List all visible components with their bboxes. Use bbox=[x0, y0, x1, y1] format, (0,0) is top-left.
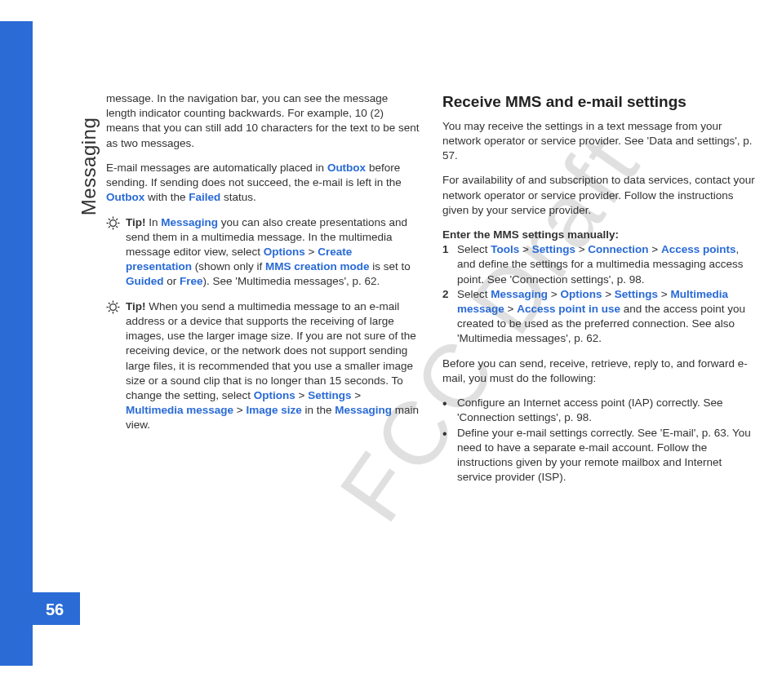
text: with the bbox=[144, 191, 189, 203]
text: status. bbox=[220, 191, 256, 203]
svg-line-17 bbox=[109, 310, 110, 312]
text: > bbox=[295, 389, 308, 401]
step-row: 1 Select Tools > Settings > Connection >… bbox=[442, 242, 756, 287]
bullet-item: • Define your e-mail settings correctly.… bbox=[442, 426, 756, 485]
link-access-point-in-use: Access point in use bbox=[517, 303, 620, 315]
link-messaging: Messaging bbox=[161, 216, 218, 228]
link-multimedia-message: Multimedia message bbox=[126, 404, 233, 416]
link-free: Free bbox=[180, 275, 203, 287]
link-messaging: Messaging bbox=[491, 288, 548, 300]
text: When you send a multimedia message to an… bbox=[126, 300, 416, 401]
link-options: Options bbox=[264, 246, 305, 258]
link-messaging: Messaging bbox=[335, 404, 392, 416]
steps-heading: Enter the MMS settings manually: bbox=[442, 228, 756, 242]
text: (shown only if bbox=[192, 260, 265, 272]
paragraph: message. In the navigation bar, you can … bbox=[106, 91, 420, 151]
svg-point-9 bbox=[110, 303, 117, 310]
link-image-size: Image size bbox=[246, 404, 301, 416]
bullet-dot-icon: • bbox=[442, 396, 457, 425]
tip-label: Tip! bbox=[126, 216, 146, 228]
link-options: Options bbox=[254, 389, 295, 401]
text: > bbox=[649, 243, 661, 255]
text: In bbox=[146, 216, 162, 228]
link-settings: Settings bbox=[615, 288, 658, 300]
step-number: 2 bbox=[442, 287, 457, 347]
link-options: Options bbox=[560, 288, 602, 300]
link-access-points: Access points bbox=[661, 243, 736, 255]
link-guided: Guided bbox=[126, 275, 164, 287]
text: Select bbox=[457, 243, 491, 255]
svg-line-14 bbox=[109, 303, 110, 304]
bullet-list: • Configure an Internet access point (IA… bbox=[442, 396, 756, 485]
link-mms-creation-mode: MMS creation mode bbox=[265, 260, 370, 272]
text: E-mail messages are automatically placed… bbox=[106, 162, 327, 174]
step-row: 2 Select Messaging > Options > Settings … bbox=[442, 287, 756, 347]
tip-block: Tip! In Messaging you can also create pr… bbox=[106, 215, 420, 290]
tip-icon bbox=[106, 300, 120, 314]
link-tools: Tools bbox=[491, 243, 519, 255]
svg-line-8 bbox=[109, 226, 110, 228]
rail-blue-bar bbox=[0, 21, 33, 666]
bullet-dot-icon: • bbox=[442, 426, 457, 485]
section-label: Messaging bbox=[78, 117, 100, 216]
svg-line-15 bbox=[116, 310, 118, 312]
text: > bbox=[233, 404, 246, 416]
paragraph: E-mail messages are automatically placed… bbox=[106, 161, 420, 206]
bullet-text: Define your e-mail settings correctly. S… bbox=[457, 426, 756, 485]
text: Select bbox=[457, 288, 491, 300]
tip-label: Tip! bbox=[126, 300, 146, 312]
svg-line-7 bbox=[116, 218, 118, 219]
link-connection: Connection bbox=[588, 243, 648, 255]
text: is set to bbox=[370, 260, 411, 272]
page-content: message. In the navigation bar, you can … bbox=[106, 91, 756, 485]
steps-block: Enter the MMS settings manually: 1 Selec… bbox=[442, 228, 756, 347]
text: > bbox=[352, 389, 362, 401]
step-body: Select Messaging > Options > Settings > … bbox=[457, 287, 756, 347]
column-right: Receive MMS and e-mail settings You may … bbox=[442, 91, 756, 485]
heading-receive-settings: Receive MMS and e-mail settings bbox=[442, 91, 756, 113]
svg-line-6 bbox=[116, 226, 118, 228]
text: ). See 'Multimedia messages', p. 62. bbox=[203, 275, 380, 287]
text: in the bbox=[302, 404, 335, 416]
text: > bbox=[658, 288, 670, 300]
link-settings: Settings bbox=[532, 243, 575, 255]
tip-block: Tip! When you send a multimedia message … bbox=[106, 299, 420, 433]
text: > bbox=[602, 288, 614, 300]
step-body: Select Tools > Settings > Connection > A… bbox=[457, 242, 756, 287]
paragraph: For availability of and subscription to … bbox=[442, 173, 756, 218]
svg-line-5 bbox=[109, 218, 110, 219]
link-outbox: Outbox bbox=[106, 191, 144, 203]
left-rail: Messaging 56 bbox=[0, 0, 80, 700]
svg-point-0 bbox=[110, 219, 117, 226]
text: > bbox=[575, 243, 588, 255]
paragraph: Before you can send, receive, retrieve, … bbox=[442, 357, 756, 386]
bullet-text: Configure an Internet access point (IAP)… bbox=[457, 396, 756, 425]
text: > bbox=[519, 243, 531, 255]
tip-icon bbox=[106, 216, 120, 230]
text: > bbox=[305, 246, 318, 258]
text: > bbox=[504, 303, 517, 315]
bullet-item: • Configure an Internet access point (IA… bbox=[442, 396, 756, 425]
column-left: message. In the navigation bar, you can … bbox=[106, 91, 420, 485]
step-number: 1 bbox=[442, 242, 457, 287]
text: > bbox=[548, 288, 560, 300]
link-outbox: Outbox bbox=[327, 162, 366, 174]
text: or bbox=[164, 275, 180, 287]
link-settings: Settings bbox=[308, 389, 351, 401]
svg-line-16 bbox=[116, 303, 118, 304]
paragraph: You may receive the settings in a text m… bbox=[442, 119, 756, 164]
link-failed: Failed bbox=[189, 191, 220, 203]
page-number: 56 bbox=[46, 600, 64, 619]
